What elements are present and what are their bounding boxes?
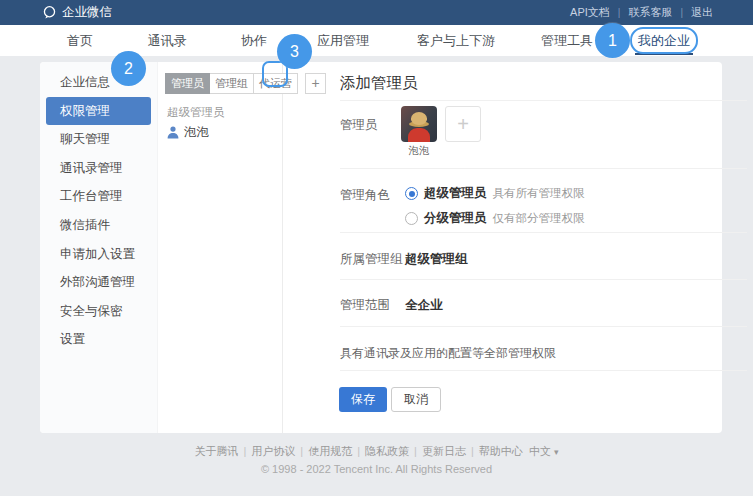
permissions-note: 具有通讯录及应用的配置等全部管理权限 — [340, 345, 556, 362]
scope-field-value: 全企业 — [405, 297, 443, 314]
main-nav: 首页 通讯录 协作 应用管理 客户与上下游 管理工具 我的企业 — [0, 25, 753, 56]
add-admin-member-button[interactable]: + — [445, 106, 481, 142]
nav-item-collab[interactable]: 协作 — [241, 25, 267, 56]
admin-member-row[interactable]: 泡泡 — [167, 124, 209, 141]
save-button[interactable]: 保存 — [339, 387, 387, 412]
cancel-button[interactable]: 取消 — [391, 387, 441, 412]
api-docs-link[interactable]: API文档 — [570, 5, 610, 20]
page-footer: 关于腾讯|用户协议|使用规范|隐私政策|更新日志|帮助中心 中文 ▾ © 199… — [0, 444, 753, 475]
footer-link-privacy[interactable]: 隐私政策 — [365, 445, 409, 457]
page-title: 添加管理员 — [340, 73, 418, 94]
selected-admin-name: 泡泡 — [401, 144, 437, 158]
content-area: 企业信息 权限管理 聊天管理 通讯录管理 工作台管理 微信插件 申请加入设置 外… — [0, 56, 753, 496]
footer-links: 关于腾讯|用户协议|使用规范|隐私政策|更新日志|帮助中心 中文 ▾ — [0, 444, 753, 459]
tab-admin-groups[interactable]: 管理组 — [209, 73, 254, 94]
nav-item-apps[interactable]: 应用管理 — [317, 25, 369, 56]
radio-super-admin[interactable]: 超级管理员 具有所有管理权限 — [405, 185, 585, 202]
person-icon — [167, 126, 179, 139]
sidebar-item-wechat-plugin[interactable]: 微信插件 — [40, 211, 157, 240]
nav-item-home[interactable]: 首页 — [67, 25, 93, 56]
sidebar-item-permissions[interactable]: 权限管理 — [46, 97, 151, 126]
nav-item-my-company[interactable]: 我的企业 — [638, 25, 690, 56]
role-field-label: 管理角色 — [340, 187, 390, 204]
sidebar-item-external-comm[interactable]: 外部沟通管理 — [40, 268, 157, 297]
sidebar-item-join-settings[interactable]: 申请加入设置 — [40, 240, 157, 269]
add-admin-form: 添加管理员 管理员 泡泡 + 管理角色 超级管理员 具有所有管理权限 分级管理员… — [283, 62, 722, 433]
separator: | — [618, 7, 621, 18]
active-tab-underline — [635, 53, 693, 55]
logout-link[interactable]: 退出 — [691, 5, 713, 20]
scope-field-label: 管理范围 — [340, 297, 390, 314]
footer-link-help[interactable]: 帮助中心 — [479, 445, 523, 457]
topbar-links: API文档 | 联系客服 | 退出 — [570, 5, 713, 20]
radio-selected-icon[interactable] — [405, 187, 418, 200]
annotation-step-2-badge: 2 — [111, 51, 146, 86]
group-field-label: 所属管理组 — [340, 251, 403, 268]
annotation-step-3-badge: 3 — [277, 34, 312, 69]
contact-support-link[interactable]: 联系客服 — [628, 5, 672, 20]
admin-list-column: 管理员 管理组 代运营 + 超级管理员 泡泡 — [157, 62, 283, 433]
divider — [340, 326, 747, 327]
admin-member-name: 泡泡 — [184, 124, 209, 141]
language-selector[interactable]: 中文 ▾ — [526, 445, 559, 457]
annotation-step-1-badge: 1 — [595, 23, 630, 58]
admin-group-label: 超级管理员 — [167, 105, 225, 120]
footer-link-terms[interactable]: 用户协议 — [251, 445, 295, 457]
sidebar-item-chat-mgmt[interactable]: 聊天管理 — [40, 125, 157, 154]
footer-link-about[interactable]: 关于腾讯 — [194, 445, 238, 457]
selected-admin-avatar[interactable] — [401, 106, 437, 142]
divider — [340, 279, 747, 280]
separator: | — [680, 7, 683, 18]
radio-sub-admin[interactable]: 分级管理员 仅有部分管理权限 — [405, 210, 585, 227]
settings-sidebar: 企业信息 权限管理 聊天管理 通讯录管理 工作台管理 微信插件 申请加入设置 外… — [40, 62, 157, 433]
tab-admins[interactable]: 管理员 — [165, 73, 210, 94]
sidebar-item-security[interactable]: 安全与保密 — [40, 297, 157, 326]
sidebar-item-contacts-mgmt[interactable]: 通讯录管理 — [40, 154, 157, 183]
app-logo[interactable]: 企业微信 — [42, 4, 112, 21]
nav-item-contacts[interactable]: 通讯录 — [148, 25, 187, 56]
app-logo-text: 企业微信 — [62, 4, 112, 21]
divider — [340, 168, 747, 169]
group-field-value: 超级管理组 — [405, 251, 468, 268]
sidebar-item-settings[interactable]: 设置 — [40, 325, 157, 354]
admin-field-label: 管理员 — [340, 117, 378, 134]
footer-link-changelog[interactable]: 更新日志 — [422, 445, 466, 457]
caret-down-icon: ▾ — [554, 447, 559, 457]
sidebar-item-workbench-mgmt[interactable]: 工作台管理 — [40, 182, 157, 211]
top-bar: 企业微信 API文档 | 联系客服 | 退出 — [0, 0, 753, 25]
nav-item-customers[interactable]: 客户与上下游 — [417, 25, 495, 56]
radio-unselected-icon[interactable] — [405, 212, 418, 225]
divider — [340, 370, 747, 371]
chat-bubble-icon — [42, 5, 57, 20]
divider — [340, 232, 747, 233]
settings-panel: 企业信息 权限管理 聊天管理 通讯录管理 工作台管理 微信插件 申请加入设置 外… — [40, 62, 722, 433]
copyright: © 1998 - 2022 Tencent Inc. All Rights Re… — [0, 463, 753, 475]
divider — [340, 100, 747, 101]
footer-link-usage[interactable]: 使用规范 — [308, 445, 352, 457]
nav-item-tools[interactable]: 管理工具 — [541, 25, 593, 56]
